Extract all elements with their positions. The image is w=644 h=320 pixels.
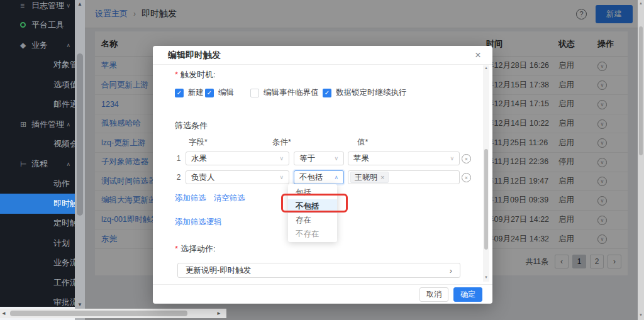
condition-select-open[interactable]: 不包括 ∧ — [294, 170, 344, 184]
required-asterisk: * — [175, 244, 178, 253]
chevron-down-icon: ∨ — [279, 155, 284, 162]
field-select[interactable]: 负责人 ∨ — [186, 170, 289, 184]
field-column-header: 字段* — [189, 137, 208, 148]
clear-filter-link[interactable]: 清空筛选 — [214, 193, 245, 204]
sidebar-item-object-management[interactable]: 对象管理 — [0, 55, 75, 75]
select-action-label: *选择动作: — [175, 243, 216, 255]
chevron-up-icon: ∧ — [66, 161, 70, 167]
sidebar-item-platform-tools[interactable]: 平台工具 — [0, 16, 75, 36]
checkbox-continue-when-locked[interactable]: ✓ 数据锁定时继续执行 — [323, 87, 407, 98]
page-horizontal-scrollbar[interactable]: ◄ ► — [0, 309, 226, 318]
briefcase-icon: ◆ — [20, 41, 26, 50]
scroll-right-arrow-icon[interactable]: ► — [216, 311, 221, 316]
sidebar-item-plan[interactable]: 计划 — [0, 233, 75, 253]
page-vertical-scrollbar[interactable]: ▲ ▼ — [638, 0, 644, 320]
checkbox-checked-icon[interactable]: ✓ — [205, 89, 214, 97]
value-tag: 王晓明 × — [350, 172, 389, 183]
add-filter-logic-link[interactable]: 添加筛选逻辑 — [175, 217, 222, 228]
flow-icon: ⊢ — [20, 160, 26, 168]
chevron-up-icon: ∧ — [66, 42, 70, 48]
circle-icon — [20, 21, 26, 30]
trigger-timing-label: *触发时机: — [175, 69, 216, 80]
condition-dropdown: 包括 不包括 存在 不存在 — [288, 184, 337, 242]
sidebar-item-workflow[interactable]: 工作流 — [0, 273, 75, 293]
row-number: 2 — [175, 173, 182, 182]
sidebar-item-plugin-management[interactable]: ⊞ 插件管理 ∧ — [0, 114, 75, 135]
checkbox-edit[interactable]: ✓ 编辑 — [205, 87, 234, 98]
close-icon[interactable]: × — [475, 50, 481, 60]
remove-filter-icon[interactable]: × — [462, 173, 471, 182]
checkbox-create[interactable]: ✓ 新建 — [175, 87, 204, 98]
sidebar-item-video-meeting[interactable]: 视频会议 — [0, 135, 75, 155]
annotation-highlight-box — [281, 194, 348, 212]
scroll-up-arrow-icon[interactable]: ▲ — [483, 66, 489, 70]
scrollbar-thumb[interactable] — [10, 311, 187, 316]
sidebar-item-process[interactable]: ⊢ 流程 ∧ — [0, 154, 75, 174]
sidebar: ≡ 日志管理 ∨ 平台工具 ◆ 业务 ∧ 对象管理 选项值集 邮件通知 ⊞ 插件… — [0, 0, 75, 307]
field-select[interactable]: 水果 ∨ — [186, 152, 289, 165]
modal-scrollbar[interactable]: ▲ ▼ — [483, 65, 489, 282]
sidebar-item-mail-notify[interactable]: 邮件通知 — [0, 95, 75, 115]
scroll-down-arrow-icon[interactable]: ▼ — [483, 275, 489, 279]
chevron-down-icon: ∨ — [66, 3, 70, 9]
confirm-button[interactable]: 确定 — [453, 287, 482, 302]
scroll-left-arrow-icon[interactable]: ◄ — [1, 311, 6, 316]
value-tag-input[interactable]: 王晓明 × — [348, 170, 460, 184]
sidebar-item-approval-flow[interactable]: 审批流 — [0, 293, 75, 307]
modal-title: 编辑即时触发 — [168, 50, 221, 61]
remove-filter-icon[interactable]: × — [462, 154, 471, 163]
scroll-up-arrow-icon[interactable]: ▲ — [75, 1, 85, 7]
sidebar-menu: ≡ 日志管理 ∨ 平台工具 ◆ 业务 ∧ 对象管理 选项值集 邮件通知 ⊞ 插件… — [0, 0, 75, 307]
chevron-right-icon: › — [450, 266, 452, 275]
chevron-down-icon: ∨ — [334, 155, 338, 162]
chevron-up-icon: ∧ — [334, 174, 338, 180]
modal-header: 编辑即时触发 × — [153, 46, 492, 65]
sidebar-item-instant-trigger[interactable]: 即时触发 — [0, 194, 75, 214]
checkbox-unchecked-icon[interactable] — [250, 89, 259, 97]
grid-icon: ⊞ — [20, 120, 26, 129]
cancel-button[interactable]: 取消 — [419, 287, 448, 302]
modal-footer: 取消 确定 — [153, 284, 492, 304]
filter-conditions-label: 筛选条件 — [175, 120, 208, 131]
sidebar-item-timed-trigger[interactable]: 定时触发 — [0, 214, 75, 234]
scrollbar-thumb[interactable] — [77, 53, 83, 216]
checkbox-checked-icon[interactable]: ✓ — [323, 89, 331, 97]
condition-select[interactable]: 等于 ∨ — [294, 152, 344, 165]
chevron-down-icon: ∨ — [450, 155, 454, 162]
sidebar-item-business[interactable]: ◆ 业务 ∧ — [0, 35, 75, 55]
add-filter-link[interactable]: 添加筛选 — [175, 193, 206, 204]
required-asterisk: * — [175, 70, 178, 79]
sidebar-item-action[interactable]: 动作 — [0, 174, 75, 194]
scrollbar-thumb[interactable] — [639, 26, 643, 155]
value-select[interactable]: 苹果 ∨ — [348, 152, 460, 165]
value-column-header: 值* — [357, 137, 368, 148]
sidebar-scrollbar[interactable]: ▲ ▼ — [75, 0, 85, 320]
scroll-down-arrow-icon[interactable]: ▼ — [638, 313, 644, 317]
list-icon: ≡ — [20, 1, 25, 10]
scrollbar-thumb[interactable] — [484, 149, 488, 250]
scroll-up-arrow-icon[interactable]: ▲ — [638, 1, 644, 5]
sidebar-item-option-sets[interactable]: 选项值集 — [0, 75, 75, 95]
sidebar-item-log-management[interactable]: ≡ 日志管理 ∨ — [0, 0, 75, 16]
chevron-up-icon: ∧ — [66, 121, 70, 128]
row-number: 1 — [175, 154, 182, 163]
condition-column-header: 条件* — [272, 137, 291, 148]
dropdown-option-not-exists[interactable]: 不存在 — [288, 227, 337, 241]
checkbox-checked-icon[interactable]: ✓ — [175, 89, 184, 97]
dropdown-option-exists[interactable]: 存在 — [288, 213, 337, 227]
remove-tag-icon[interactable]: × — [380, 174, 384, 181]
chevron-down-icon: ∨ — [279, 174, 284, 180]
edit-instant-trigger-modal: 编辑即时触发 × *触发时机: ✓ 新建 ✓ 编辑 编辑事件临界值 ✓ 数据锁定… — [153, 46, 492, 304]
sidebar-item-business-flow[interactable]: 业务流 — [0, 253, 75, 273]
checkbox-edit-event-threshold[interactable]: 编辑事件临界值 — [250, 87, 319, 98]
scroll-down-arrow-icon[interactable]: ▼ — [75, 302, 85, 307]
action-selector[interactable]: 更新说明-即时触发 › — [177, 263, 460, 278]
